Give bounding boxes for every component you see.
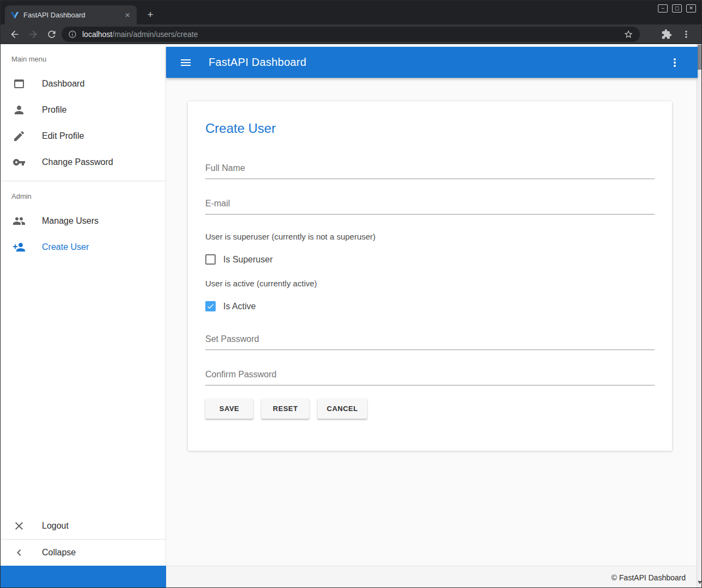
active-checkbox-row[interactable]: Is Active — [205, 301, 655, 311]
sidebar-item-profile[interactable]: Profile — [1, 97, 166, 123]
vuetify-favicon-icon — [10, 11, 19, 20]
browser-tab[interactable]: FastAPI Dashboard ✕ — [5, 5, 137, 24]
window-controls: – ▢ ✕ — [658, 4, 696, 13]
main-area: FastAPI Dashboard Create User User is su… — [166, 44, 698, 588]
person-icon — [13, 103, 26, 117]
page-footer: © FastAPI Dashboard — [166, 566, 698, 588]
sidebar-item-label: Collapse — [42, 548, 76, 558]
sidebar-item-label: Create User — [42, 242, 89, 252]
reload-button[interactable] — [46, 29, 57, 40]
active-hint: User is active (currently active) — [205, 279, 655, 288]
password-input[interactable] — [205, 331, 655, 350]
new-tab-button[interactable]: + — [143, 8, 157, 22]
close-icon — [13, 519, 26, 532]
sidebar-item-edit-profile[interactable]: Edit Profile — [1, 123, 166, 149]
sidebar-spacer — [1, 260, 166, 513]
sidebar-item-manage-users[interactable]: Manage Users — [1, 208, 166, 234]
sidebar-item-logout[interactable]: Logout — [1, 513, 166, 539]
url-text: localhost/main/admin/users/create — [82, 30, 619, 39]
save-button[interactable]: SAVE — [205, 399, 253, 419]
window-minimize-button[interactable]: – — [658, 4, 668, 13]
url-host: localhost — [82, 30, 112, 39]
key-icon — [13, 156, 26, 169]
url-path: /main/admin/users/create — [112, 30, 198, 39]
email-input[interactable] — [205, 195, 655, 215]
sidebar-item-collapse[interactable]: Collapse — [1, 540, 166, 566]
sidebar-item-label: Change Password — [42, 157, 113, 167]
email-field — [205, 195, 655, 215]
reset-button[interactable]: RESET — [261, 399, 309, 419]
tab-close-icon[interactable]: ✕ — [123, 10, 132, 20]
copyright-text: © FastAPI Dashboard — [612, 573, 686, 582]
sidebar-item-label: Dashboard — [42, 79, 84, 89]
sidebar-item-label: Logout — [42, 521, 69, 531]
people-icon — [13, 215, 26, 228]
back-button[interactable] — [9, 29, 20, 40]
scrollbar-thumb[interactable] — [698, 45, 701, 70]
superuser-checkbox-label: Is Superuser — [223, 255, 273, 265]
password-field — [205, 331, 655, 350]
bookmark-star-icon[interactable] — [624, 29, 633, 39]
sidebar-item-create-user[interactable]: Create User — [1, 234, 166, 260]
sidebar-item-change-password[interactable]: Change Password — [1, 149, 166, 175]
browser-window: FastAPI Dashboard ✕ + – ▢ ✕ localhost/ma… — [0, 0, 702, 588]
confirm-password-input[interactable] — [205, 366, 655, 385]
page: Main menu Dashboard Profile Edit Profile — [1, 44, 701, 588]
browser-toolbar: localhost/main/admin/users/create — [1, 24, 701, 44]
browser-menu-kebab-icon[interactable] — [681, 29, 692, 40]
full-name-field — [205, 160, 655, 179]
tab-title: FastAPI Dashboard — [23, 11, 123, 19]
person-add-icon — [13, 241, 26, 254]
window-close-button[interactable]: ✕ — [686, 4, 696, 13]
superuser-hint: User is superuser (currently is not a su… — [205, 232, 655, 241]
form-buttons: SAVE RESET CANCEL — [205, 399, 655, 419]
browser-titlebar: FastAPI Dashboard ✕ + – ▢ ✕ — [1, 1, 701, 24]
sidebar-section-admin: Admin — [1, 181, 166, 208]
chevron-left-icon — [13, 546, 26, 559]
site-info-icon[interactable] — [68, 30, 77, 39]
card-title: Create User — [205, 121, 655, 136]
sidebar-item-label: Profile — [42, 105, 66, 115]
cancel-button[interactable]: CANCEL — [318, 399, 367, 419]
pencil-icon — [13, 130, 26, 143]
scrollbar-down-arrow-icon[interactable] — [698, 581, 702, 584]
content-area: Create User User is superuser (currently… — [166, 78, 698, 566]
create-user-card: Create User User is superuser (currently… — [188, 101, 672, 451]
address-bar[interactable]: localhost/main/admin/users/create — [62, 27, 640, 42]
active-checkbox-label: Is Active — [223, 302, 256, 311]
sidebar-section-main-menu: Main menu — [1, 44, 166, 71]
window-maximize-button[interactable]: ▢ — [672, 4, 682, 13]
active-checkbox[interactable] — [205, 301, 216, 311]
sidebar: Main menu Dashboard Profile Edit Profile — [1, 44, 166, 566]
confirm-password-field — [205, 366, 655, 385]
forward-button[interactable] — [28, 29, 39, 40]
superuser-checkbox[interactable] — [205, 254, 216, 265]
sidebar-item-dashboard[interactable]: Dashboard — [1, 71, 166, 97]
app-bar: FastAPI Dashboard — [166, 47, 698, 78]
superuser-checkbox-row[interactable]: Is Superuser — [205, 254, 655, 265]
appbar-kebab-icon[interactable] — [668, 56, 681, 69]
appbar-title: FastAPI Dashboard — [209, 56, 307, 69]
extensions-icon[interactable] — [661, 29, 672, 40]
sidebar-item-label: Edit Profile — [42, 131, 84, 141]
dashboard-icon — [13, 77, 26, 90]
hamburger-menu-icon[interactable] — [179, 56, 192, 69]
full-name-input[interactable] — [205, 160, 655, 179]
page-scrollbar[interactable] — [697, 44, 701, 588]
footer-accent-block — [1, 566, 166, 588]
sidebar-item-label: Manage Users — [42, 216, 99, 226]
